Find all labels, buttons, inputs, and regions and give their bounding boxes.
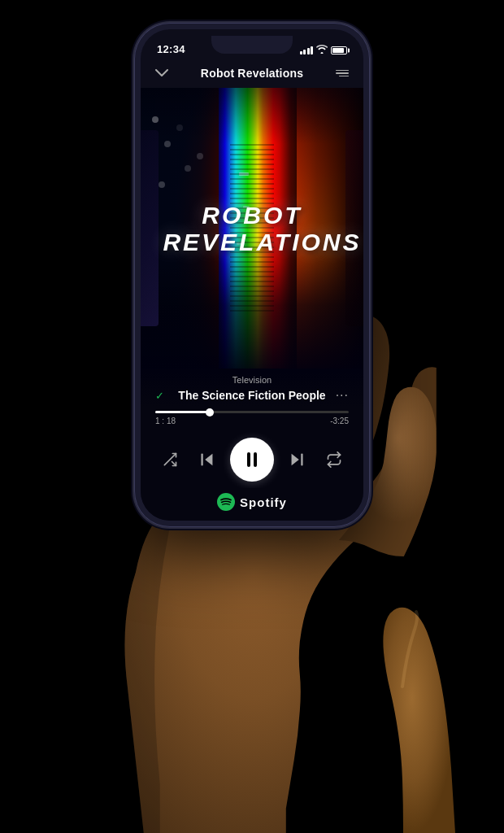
progress-area: 1 : 18 -3:25: [141, 406, 363, 430]
svg-marker-4: [292, 454, 299, 466]
notch: [211, 36, 293, 54]
track-row: ✓ The Science Fiction People ···: [155, 388, 349, 403]
wifi-icon: [316, 45, 328, 55]
album-title-overlay: ROBOT REVELATIONS: [163, 202, 341, 255]
track-name: The Science Fiction People: [172, 389, 332, 402]
shuffle-button[interactable]: [155, 445, 185, 474]
time-remaining: -3:25: [330, 416, 349, 425]
more-options-icon[interactable]: ···: [332, 388, 349, 403]
pause-button[interactable]: [230, 438, 274, 482]
phone: 12:34: [134, 23, 370, 527]
skip-back-button[interactable]: [193, 445, 222, 474]
scene: 12:34: [0, 0, 504, 833]
album-art-area: R ROBOT REVELATIONS: [141, 88, 363, 369]
status-time: 12:34: [157, 43, 185, 55]
battery-icon: [331, 46, 347, 55]
signal-icon: [300, 46, 314, 55]
svg-marker-2: [205, 454, 212, 466]
nav-bar: Robot Revelations: [141, 59, 363, 88]
menu-icon[interactable]: [336, 70, 349, 77]
progress-times: 1 : 18 -3:25: [155, 416, 349, 425]
skip-forward-button[interactable]: [282, 445, 311, 474]
nav-title: Robot Revelations: [201, 67, 303, 80]
album-title-line1: ROBOT: [163, 202, 341, 229]
phone-screen: 12:34: [141, 29, 363, 521]
spotify-brand-text: Spotify: [240, 495, 287, 509]
playback-controls: [141, 430, 363, 488]
album-art: R ROBOT REVELATIONS: [141, 88, 363, 369]
repeat-button[interactable]: [319, 445, 349, 474]
spotify-logo-icon: [217, 493, 235, 511]
album-title-line2: REVELATIONS: [163, 229, 341, 255]
track-context: Television: [155, 375, 349, 385]
saved-check-icon[interactable]: ✓: [155, 390, 172, 402]
status-icons: [300, 45, 348, 55]
chevron-down-icon[interactable]: [155, 66, 168, 81]
progress-thumb: [206, 408, 214, 416]
progress-fill: [155, 411, 210, 413]
progress-bar[interactable]: [155, 411, 349, 413]
spotify-footer: Spotify: [141, 488, 363, 521]
time-elapsed: 1 : 18: [155, 416, 176, 425]
track-info: Television ✓ The Science Fiction People …: [141, 369, 363, 406]
